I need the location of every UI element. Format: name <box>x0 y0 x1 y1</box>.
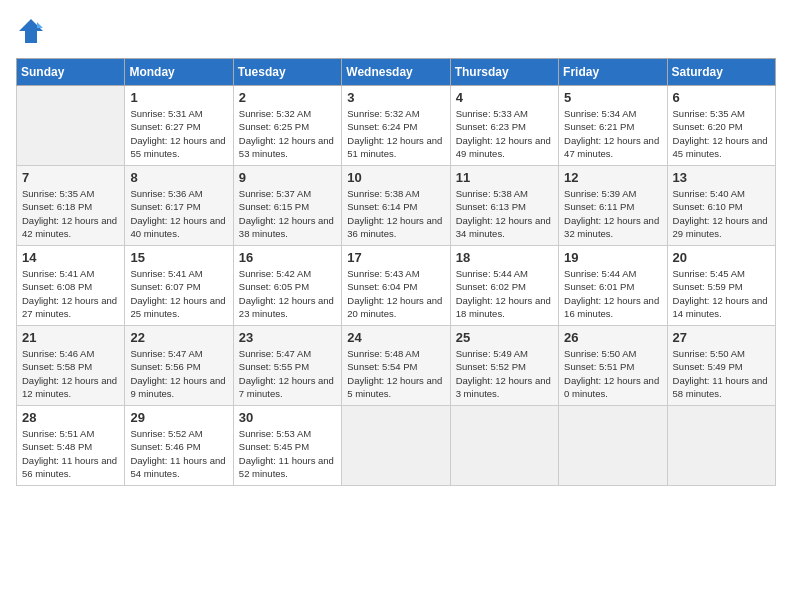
logo <box>16 16 50 46</box>
sunrise-label: Sunrise: 5:42 AM <box>239 268 311 279</box>
sunset-label: Sunset: 5:59 PM <box>673 281 743 292</box>
day-info: Sunrise: 5:37 AM Sunset: 6:15 PM Dayligh… <box>239 187 336 240</box>
day-number: 19 <box>564 250 661 265</box>
day-number: 16 <box>239 250 336 265</box>
calendar-cell: 2 Sunrise: 5:32 AM Sunset: 6:25 PM Dayli… <box>233 86 341 166</box>
day-number: 14 <box>22 250 119 265</box>
sunrise-label: Sunrise: 5:37 AM <box>239 188 311 199</box>
day-number: 30 <box>239 410 336 425</box>
day-number: 10 <box>347 170 444 185</box>
sunset-label: Sunset: 5:52 PM <box>456 361 526 372</box>
day-number: 3 <box>347 90 444 105</box>
sunrise-label: Sunrise: 5:44 AM <box>564 268 636 279</box>
calendar-cell: 6 Sunrise: 5:35 AM Sunset: 6:20 PM Dayli… <box>667 86 775 166</box>
sunset-label: Sunset: 5:49 PM <box>673 361 743 372</box>
daylight-label: Daylight: 11 hours and 54 minutes. <box>130 455 225 479</box>
calendar-table: SundayMondayTuesdayWednesdayThursdayFrid… <box>16 58 776 486</box>
sunset-label: Sunset: 6:01 PM <box>564 281 634 292</box>
calendar-cell <box>559 406 667 486</box>
daylight-label: Daylight: 12 hours and 47 minutes. <box>564 135 659 159</box>
day-info: Sunrise: 5:47 AM Sunset: 5:55 PM Dayligh… <box>239 347 336 400</box>
calendar-cell: 1 Sunrise: 5:31 AM Sunset: 6:27 PM Dayli… <box>125 86 233 166</box>
weekday-header-tuesday: Tuesday <box>233 59 341 86</box>
week-row-5: 28 Sunrise: 5:51 AM Sunset: 5:48 PM Dayl… <box>17 406 776 486</box>
calendar-cell: 3 Sunrise: 5:32 AM Sunset: 6:24 PM Dayli… <box>342 86 450 166</box>
day-info: Sunrise: 5:50 AM Sunset: 5:49 PM Dayligh… <box>673 347 770 400</box>
day-number: 22 <box>130 330 227 345</box>
sunset-label: Sunset: 6:05 PM <box>239 281 309 292</box>
svg-marker-0 <box>19 19 43 43</box>
week-row-3: 14 Sunrise: 5:41 AM Sunset: 6:08 PM Dayl… <box>17 246 776 326</box>
calendar-cell: 27 Sunrise: 5:50 AM Sunset: 5:49 PM Dayl… <box>667 326 775 406</box>
sunrise-label: Sunrise: 5:33 AM <box>456 108 528 119</box>
day-number: 11 <box>456 170 553 185</box>
sunset-label: Sunset: 6:10 PM <box>673 201 743 212</box>
day-info: Sunrise: 5:43 AM Sunset: 6:04 PM Dayligh… <box>347 267 444 320</box>
calendar-cell: 21 Sunrise: 5:46 AM Sunset: 5:58 PM Dayl… <box>17 326 125 406</box>
weekday-header-saturday: Saturday <box>667 59 775 86</box>
weekday-header-wednesday: Wednesday <box>342 59 450 86</box>
sunset-label: Sunset: 5:46 PM <box>130 441 200 452</box>
daylight-label: Daylight: 12 hours and 3 minutes. <box>456 375 551 399</box>
calendar-cell: 15 Sunrise: 5:41 AM Sunset: 6:07 PM Dayl… <box>125 246 233 326</box>
daylight-label: Daylight: 12 hours and 45 minutes. <box>673 135 768 159</box>
sunset-label: Sunset: 6:07 PM <box>130 281 200 292</box>
sunset-label: Sunset: 5:51 PM <box>564 361 634 372</box>
weekday-header-monday: Monday <box>125 59 233 86</box>
day-info: Sunrise: 5:38 AM Sunset: 6:14 PM Dayligh… <box>347 187 444 240</box>
day-number: 2 <box>239 90 336 105</box>
daylight-label: Daylight: 12 hours and 18 minutes. <box>456 295 551 319</box>
day-number: 1 <box>130 90 227 105</box>
daylight-label: Daylight: 12 hours and 36 minutes. <box>347 215 442 239</box>
sunrise-label: Sunrise: 5:44 AM <box>456 268 528 279</box>
sunrise-label: Sunrise: 5:34 AM <box>564 108 636 119</box>
daylight-label: Daylight: 12 hours and 55 minutes. <box>130 135 225 159</box>
day-number: 21 <box>22 330 119 345</box>
calendar-cell: 7 Sunrise: 5:35 AM Sunset: 6:18 PM Dayli… <box>17 166 125 246</box>
sunset-label: Sunset: 5:48 PM <box>22 441 92 452</box>
calendar-cell: 14 Sunrise: 5:41 AM Sunset: 6:08 PM Dayl… <box>17 246 125 326</box>
calendar-cell <box>342 406 450 486</box>
daylight-label: Daylight: 12 hours and 38 minutes. <box>239 215 334 239</box>
calendar-cell: 29 Sunrise: 5:52 AM Sunset: 5:46 PM Dayl… <box>125 406 233 486</box>
daylight-label: Daylight: 12 hours and 7 minutes. <box>239 375 334 399</box>
calendar-cell: 20 Sunrise: 5:45 AM Sunset: 5:59 PM Dayl… <box>667 246 775 326</box>
day-info: Sunrise: 5:31 AM Sunset: 6:27 PM Dayligh… <box>130 107 227 160</box>
day-info: Sunrise: 5:38 AM Sunset: 6:13 PM Dayligh… <box>456 187 553 240</box>
day-number: 7 <box>22 170 119 185</box>
logo-icon <box>16 16 46 46</box>
sunrise-label: Sunrise: 5:47 AM <box>239 348 311 359</box>
calendar-cell: 18 Sunrise: 5:44 AM Sunset: 6:02 PM Dayl… <box>450 246 558 326</box>
sunrise-label: Sunrise: 5:47 AM <box>130 348 202 359</box>
day-info: Sunrise: 5:47 AM Sunset: 5:56 PM Dayligh… <box>130 347 227 400</box>
daylight-label: Daylight: 11 hours and 58 minutes. <box>673 375 768 399</box>
sunrise-label: Sunrise: 5:36 AM <box>130 188 202 199</box>
day-number: 18 <box>456 250 553 265</box>
daylight-label: Daylight: 12 hours and 23 minutes. <box>239 295 334 319</box>
daylight-label: Daylight: 12 hours and 5 minutes. <box>347 375 442 399</box>
day-info: Sunrise: 5:32 AM Sunset: 6:24 PM Dayligh… <box>347 107 444 160</box>
calendar-cell: 16 Sunrise: 5:42 AM Sunset: 6:05 PM Dayl… <box>233 246 341 326</box>
sunrise-label: Sunrise: 5:41 AM <box>130 268 202 279</box>
calendar-cell: 10 Sunrise: 5:38 AM Sunset: 6:14 PM Dayl… <box>342 166 450 246</box>
day-number: 28 <box>22 410 119 425</box>
day-info: Sunrise: 5:35 AM Sunset: 6:20 PM Dayligh… <box>673 107 770 160</box>
calendar-cell: 28 Sunrise: 5:51 AM Sunset: 5:48 PM Dayl… <box>17 406 125 486</box>
sunset-label: Sunset: 6:14 PM <box>347 201 417 212</box>
daylight-label: Daylight: 12 hours and 49 minutes. <box>456 135 551 159</box>
daylight-label: Daylight: 12 hours and 53 minutes. <box>239 135 334 159</box>
calendar-cell: 8 Sunrise: 5:36 AM Sunset: 6:17 PM Dayli… <box>125 166 233 246</box>
daylight-label: Daylight: 12 hours and 27 minutes. <box>22 295 117 319</box>
sunrise-label: Sunrise: 5:31 AM <box>130 108 202 119</box>
calendar-cell: 13 Sunrise: 5:40 AM Sunset: 6:10 PM Dayl… <box>667 166 775 246</box>
week-row-4: 21 Sunrise: 5:46 AM Sunset: 5:58 PM Dayl… <box>17 326 776 406</box>
calendar-cell: 4 Sunrise: 5:33 AM Sunset: 6:23 PM Dayli… <box>450 86 558 166</box>
day-info: Sunrise: 5:39 AM Sunset: 6:11 PM Dayligh… <box>564 187 661 240</box>
calendar-cell <box>667 406 775 486</box>
sunrise-label: Sunrise: 5:38 AM <box>347 188 419 199</box>
day-info: Sunrise: 5:51 AM Sunset: 5:48 PM Dayligh… <box>22 427 119 480</box>
daylight-label: Daylight: 11 hours and 52 minutes. <box>239 455 334 479</box>
sunset-label: Sunset: 6:21 PM <box>564 121 634 132</box>
sunrise-label: Sunrise: 5:50 AM <box>673 348 745 359</box>
sunset-label: Sunset: 6:04 PM <box>347 281 417 292</box>
